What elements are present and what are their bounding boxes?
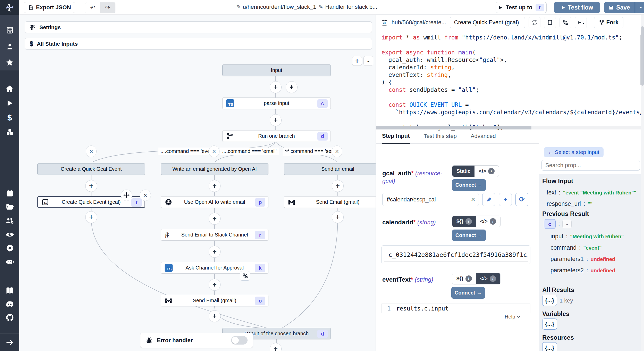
calendar-id-value-input[interactable]: c_0312442e881ae6fcf1dec23f54916a389f1c17… [384,248,528,262]
workspace-icon[interactable] [0,25,19,35]
all-results-object-button[interactable]: {...} [542,295,557,306]
refresh-resource-button[interactable]: ⟳ [515,193,528,206]
node-branch1-head[interactable]: Create a Quick Gcal Event [37,163,145,175]
flow-settings-bar[interactable]: Settings [25,21,372,33]
suspend-approval-indicator[interactable] [240,271,250,281]
node-run-one-branch[interactable]: Run one branch d [222,130,331,142]
event-text-expression-editor[interactable]: 1 results.c.input [382,304,530,313]
code-editor[interactable]: import * as wmill from "https://deno.lan… [377,31,641,141]
settings-gear-icon[interactable] [0,243,19,253]
flow-path-breadcrumb[interactable]: ✎ u/henricourdent/flow_slack_1 [236,4,316,10]
clear-resource-icon[interactable]: × [471,195,475,203]
save-dropdown-button[interactable] [635,2,644,13]
code-mode-button[interactable]: </>i [476,273,500,284]
code-mode-button[interactable]: </>i [476,216,500,227]
edit-resource-button[interactable]: ✎ [482,193,495,206]
sleep-button[interactable] [575,17,587,28]
resources-object-button[interactable]: {...} [542,342,557,351]
tab-step-input[interactable]: Step Input [382,133,410,144]
redo-button[interactable]: ↷ [100,2,115,13]
error-handler-toggle[interactable] [231,336,248,345]
static-mode-button[interactable]: Static [452,166,474,177]
collapse-sidebar-arrow-icon[interactable] [0,337,19,348]
info-icon[interactable]: i [488,168,495,174]
node-flow-input[interactable]: Input [222,64,331,76]
select-step-input-button[interactable]: ← Select a step input [544,147,604,157]
variables-object-button[interactable]: {...} [542,319,557,330]
help-link[interactable]: Help [505,314,521,320]
groups-icon[interactable] [0,216,19,226]
favorites-star-icon[interactable] [0,57,19,68]
flow-canvas[interactable]: Settings $ All Static Inputs + - Input +… [19,15,376,351]
tab-test-this-step[interactable]: Test this step [424,133,457,143]
gcal-auth-resource-input[interactable]: f/calendar/escp_cal × [382,193,479,206]
add-step-button[interactable]: + [209,310,221,322]
node-branch2-head[interactable]: Write an email generated by Open AI [161,163,268,175]
window-scrollbar-thumb[interactable] [641,26,644,86]
add-step-button[interactable]: + [209,246,221,258]
export-json-button[interactable]: Export JSON [24,2,75,13]
delete-branch-2-button[interactable]: × [209,145,219,157]
node-send-email-branch3[interactable]: Send Email (gmail) [284,196,376,208]
info-icon[interactable]: i [465,275,472,282]
move-step-handle[interactable] [121,190,132,201]
add-step-button[interactable]: + [85,180,97,192]
node-send-email-branch2[interactable]: Send Email (gmail) o [161,295,268,306]
flow-summary-breadcrumb[interactable]: ✎ Handler for slack b... [319,4,377,10]
add-step-button[interactable]: + [270,81,282,93]
test-up-to-button[interactable]: Test up to t [496,2,547,13]
info-icon[interactable]: i [490,218,496,225]
resources-cubes-icon[interactable] [0,127,19,137]
windmill-logo[interactable] [0,0,19,15]
node-parse-input[interactable]: TS parse input c [222,97,331,109]
search-prop-input[interactable] [541,160,640,171]
add-step-button[interactable]: + [209,180,221,192]
add-step-button[interactable]: + [209,279,221,291]
info-icon[interactable]: i [465,218,472,225]
fork-button[interactable]: Fork [594,17,624,28]
undo-button[interactable]: ↶ [85,2,100,13]
add-resource-button[interactable]: + [499,193,512,206]
calendar-id-connect-button[interactable]: Connect → [452,230,486,241]
script-hub-path[interactable]: hub/568/gcal/create... [392,19,446,26]
retries-button[interactable] [529,17,540,28]
event-text-connect-button[interactable]: Connect → [451,287,485,299]
suspend-button[interactable] [560,17,571,28]
delete-step-button[interactable]: × [140,190,151,201]
code-mode-button[interactable]: </>i [474,166,499,177]
add-branch-icon[interactable] [283,148,291,156]
schedules-calendar-icon[interactable] [0,188,19,198]
delete-branch-1-button[interactable]: × [86,145,97,157]
info-icon[interactable]: i [490,275,496,282]
delete-branch-3-button[interactable]: × [332,145,342,157]
test-flow-button[interactable]: Test flow [554,2,600,13]
user-icon[interactable] [0,41,19,52]
folders-icon[interactable] [0,202,19,212]
cache-button[interactable] [544,17,556,28]
template-mode-button[interactable]: ${}i [452,216,476,227]
add-step-button[interactable]: + [332,180,344,192]
previous-result-rows[interactable]: input:"Meeting with Ruben"command:"event… [550,233,624,278]
node-send-slack[interactable]: # Send Email to Slack Channel r [161,229,268,241]
branch-condition-2[interactable]: ....command === 'email' [220,148,279,155]
step-name-input[interactable] [450,17,525,28]
node-ask-approval[interactable]: TS Ask Channel for Approval k [161,262,268,274]
add-step-button[interactable]: + [270,114,282,126]
add-step-button[interactable]: + [85,211,97,223]
code-horizontal-scrollbar[interactable] [376,126,531,129]
node-branch3-head[interactable]: Send an email [284,163,376,175]
github-icon[interactable] [0,312,19,323]
zoom-in-button[interactable]: + [352,56,362,66]
save-button[interactable]: Save [604,2,635,13]
flow-input-rows[interactable]: text:"event "Meeting with Ruben""respons… [547,189,636,212]
add-step-button[interactable]: + [332,211,344,223]
workers-robot-icon[interactable] [0,257,19,267]
step-badge[interactable]: c [544,219,556,229]
home-icon[interactable] [0,84,19,94]
audit-eye-icon[interactable] [0,230,19,240]
gcal-auth-connect-button[interactable]: Connect → [452,179,486,191]
all-static-inputs-bar[interactable]: $ All Static Inputs [25,38,372,50]
zoom-out-button[interactable]: - [363,56,373,66]
runs-icon[interactable] [0,98,19,108]
node-use-openai[interactable]: Use Open AI to write email p [161,196,268,208]
